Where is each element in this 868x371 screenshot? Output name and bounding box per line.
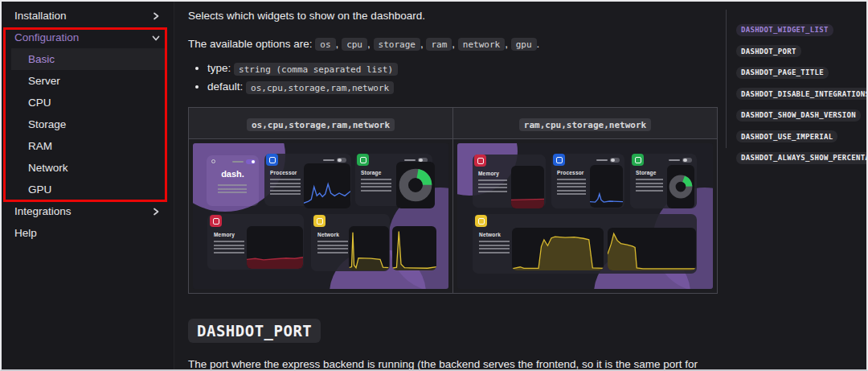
mini-storage-card: Storage (355, 154, 432, 206)
sidebar-item-label: RAM (28, 140, 52, 152)
option-code-gpu: gpu (511, 38, 537, 51)
all-cores-toggle (323, 158, 346, 163)
text-lines (214, 241, 244, 255)
text-lines (479, 241, 510, 255)
network-chart-1 (512, 228, 604, 270)
toc-item-dashdot-always-show-percentages[interactable]: DASHDOT_ALWAYS_SHOW_PERCENTAGES (736, 149, 862, 164)
sidebar-item-label: Basic (28, 53, 55, 65)
sidebar-item-storage[interactable]: Storage (2, 113, 174, 135)
cpu-chip-icon (266, 154, 278, 166)
sidebar-item-label: Configuration (14, 31, 79, 43)
sidebar-item-configuration[interactable]: Configuration (2, 27, 174, 48)
sidebar-item-gpu[interactable]: GPU (2, 179, 174, 200)
toc-item-dashdot-show-dash-version[interactable]: DASHDOT_SHOW_DASH_VERSION (736, 106, 862, 122)
sidebar-item-ram[interactable]: RAM (2, 135, 174, 157)
mini-network-card: Network (473, 214, 697, 274)
sidebar-item-label: Server (28, 75, 60, 87)
cpu-chart (304, 163, 350, 208)
storage-donut-chart (667, 165, 694, 208)
text-lines (270, 179, 301, 197)
network-icon (475, 215, 487, 227)
toc-item-dashdot-page-title[interactable]: DASHDOT_PAGE_TITLE (736, 64, 862, 79)
toc-item-dashdot-port[interactable]: DASHDOT_PORT (736, 43, 862, 58)
sidebar-item-label: GPU (28, 183, 51, 196)
network-chart-1 (349, 226, 389, 270)
text-lines (317, 241, 348, 255)
table-of-contents: DASHDOT_WIDGET_LIST DASHDOT_PORT DASHDOT… (726, 2, 866, 369)
dashboard-screenshot-right: Memory Processor (457, 143, 713, 289)
option-code-cpu: cpu (342, 38, 367, 51)
table-header-right: ram,cpu,storage,network (453, 108, 718, 139)
intro-text: Selects which widgets to show on the das… (188, 8, 713, 24)
port-section-description: The port where the express backend is ru… (188, 357, 713, 371)
storage-donut-chart (396, 162, 435, 208)
mini-ram-title: Memory (478, 171, 499, 176)
sidebar-item-label: Integrations (14, 205, 72, 217)
sidebar-item-cpu[interactable]: CPU (2, 92, 174, 113)
table-cell-right: Memory Processor (453, 139, 718, 294)
mini-ram-card: Memory (207, 214, 304, 270)
mini-cpu-card: Processor (551, 154, 624, 208)
ram-stick-icon (474, 155, 486, 167)
text-lines (636, 179, 663, 193)
chevron-down-icon (151, 33, 161, 43)
ram-stick-icon (210, 215, 222, 227)
table-cell-left: dash. Processor (189, 139, 453, 294)
mini-os-card: dash. (207, 155, 259, 206)
table-header-left: os,cpu,storage,ram,network (189, 108, 453, 139)
sidebar-item-help[interactable]: Help (2, 222, 174, 244)
sidebar-item-installation[interactable]: Installation (2, 5, 174, 27)
text-lines (218, 184, 247, 195)
options-line: The available options are: os, cpu, stor… (188, 36, 713, 52)
chevron-right-icon (151, 11, 161, 21)
toc-item-dashdot-use-imperial[interactable]: DASHDOT_USE_IMPERIAL (736, 128, 862, 143)
bullet-default: default: os,cpu,storage,ram,network (207, 80, 713, 93)
dashboard-screenshot-left: dash. Processor (193, 143, 448, 289)
network-chart-2 (608, 228, 696, 270)
default-code: os,cpu,storage,ram,network (246, 81, 394, 94)
mini-cpu-card: Processor (264, 154, 351, 206)
sidebar-item-server[interactable]: Server (2, 70, 174, 92)
sidebar-item-label: Network (28, 162, 68, 174)
mini-network-title: Network (479, 232, 501, 237)
main-content: Selects which widgets to show on the das… (175, 2, 726, 369)
option-code-storage: storage (374, 38, 420, 51)
mini-storage-title: Storage (361, 170, 382, 175)
type-code: string (comma separated list) (234, 63, 398, 76)
toc-item-dashdot-widget-list[interactable]: DASHDOT_WIDGET_LIST (736, 21, 862, 36)
option-code-ram: ram (426, 38, 452, 51)
mini-cpu-title: Processor (270, 170, 297, 175)
sidebar-item-basic[interactable]: Basic (11, 48, 166, 70)
sidebar-item-label: CPU (28, 97, 51, 109)
widget-comparison-table: os,cpu,storage,ram,network ram,cpu,stora… (188, 107, 718, 294)
storage-disk-icon (632, 154, 644, 166)
sidebar-item-network[interactable]: Network (2, 157, 174, 179)
port-section-heading: DASHDOT_PORT (188, 319, 713, 343)
mini-cpu-title: Processor (557, 170, 584, 175)
cpu-chart (590, 165, 623, 208)
split-view-toggle (669, 158, 692, 163)
cpu-chip-icon (553, 154, 565, 166)
chevron-right-icon (151, 207, 161, 216)
sidebar-item-label: Storage (28, 118, 66, 130)
network-icon (313, 215, 326, 227)
ram-chart (247, 226, 303, 269)
toc-item-dashdot-disable-integrations[interactable]: DASHDOT_DISABLE_INTEGRATIONS (736, 85, 862, 101)
left-sidebar-nav: Installation Configuration Basic Server … (2, 2, 174, 369)
mini-ram-title: Memory (214, 232, 235, 237)
ram-chart (511, 166, 544, 208)
mini-os-title: dash. (207, 169, 259, 179)
option-code-network: network (458, 38, 505, 51)
sidebar-item-integrations[interactable]: Integrations (2, 200, 174, 222)
docs-page: Installation Configuration Basic Server … (0, 0, 868, 371)
bullet-type: type: string (comma separated list) (207, 62, 713, 74)
text-lines (361, 179, 391, 193)
dark-mode-toggle (232, 159, 256, 164)
option-code-os: os (315, 38, 335, 51)
storage-disk-icon (357, 154, 369, 166)
mini-storage-card: Storage (630, 154, 697, 208)
sidebar-item-label: Installation (14, 10, 67, 22)
mini-network-card: Network (311, 214, 390, 271)
options-prefix: The available options are: (188, 38, 315, 50)
option-properties-list: type: string (comma separated list) defa… (207, 62, 713, 93)
